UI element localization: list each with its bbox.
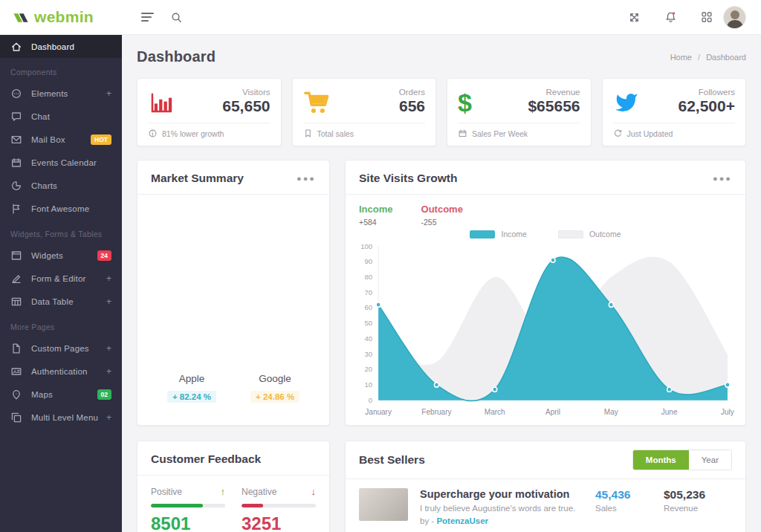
stat-footer-text: 81% lower growth [162, 129, 224, 138]
area-chart-svg: 0102030405060708090100JanuaryFebruaryMar… [350, 239, 738, 422]
svg-text:50: 50 [365, 319, 373, 327]
sidebar-item-label: Data Table [31, 297, 74, 306]
legend-item-income[interactable]: Income [470, 230, 526, 239]
dollar-icon: $ [458, 90, 472, 115]
svg-text:July: July [721, 407, 735, 415]
site-visits-title: Site Visits Growth [359, 172, 457, 185]
stat-card-visitors: Visitors 65,650 81% lower growth [137, 78, 282, 146]
edit-icon [10, 273, 22, 285]
sidebar-item-data-table[interactable]: Data Table+ [0, 290, 122, 313]
market-summary-card: Market Summary ●●● Apple + 82.24 %Google… [137, 160, 330, 426]
product-description: I truly believe Augustine's words are tr… [420, 504, 585, 513]
pie-chart-icon [10, 180, 22, 192]
stat-footer-text: Total sales [317, 129, 354, 138]
fullscreen-icon[interactable] [625, 8, 644, 27]
refresh-icon [613, 129, 623, 138]
market-entry-name: Apple [167, 373, 216, 384]
stat-card-revenue: $ Revenue $65656 Sales Per Week [447, 78, 592, 146]
sidebar-item-label: Form & Editor [31, 274, 86, 283]
sidebar-item-label: Multi Level Menu [31, 413, 98, 422]
breadcrumb-current: Dashboard [706, 53, 746, 62]
avatar[interactable] [723, 6, 746, 29]
site-visits-card: Site Visits Growth ●●● Income +584 Outco… [345, 160, 746, 426]
apps-grid-icon[interactable] [698, 8, 716, 26]
revenue-value: $05,236 [664, 488, 732, 502]
bottom-row: Customer Feedback Positive ↑ 8501 Negati… [137, 441, 746, 532]
legend-item-outcome[interactable]: Outcome [558, 230, 621, 239]
shapes-icon [10, 88, 22, 100]
market-entry-google: Google + 24.86 % [250, 373, 299, 403]
expand-plus-icon: + [106, 366, 111, 377]
customer-feedback-title: Customer Feedback [151, 452, 261, 466]
file-icon [10, 343, 22, 354]
sidebar-item-mail-box[interactable]: Mail BoxHOT [0, 128, 122, 151]
sidebar-item-charts[interactable]: Charts [0, 174, 122, 197]
logo[interactable]: webmin [0, 8, 122, 26]
sidebar-item-custom-pages[interactable]: Custom Pages+ [0, 337, 122, 360]
customer-feedback-card: Customer Feedback Positive ↑ 8501 Negati… [137, 441, 330, 532]
sidebar-item-label: Font Awesome [31, 204, 89, 213]
stat-value: 65,650 [222, 97, 270, 115]
sidebar-item-form-editor[interactable]: Form & Editor+ [0, 267, 122, 290]
author-link[interactable]: PotenzaUser [436, 516, 488, 525]
search-icon[interactable] [167, 8, 186, 27]
sidebar-item-label: Authentication [31, 367, 88, 376]
sales-stat: 45,436 Sales [595, 488, 664, 513]
sidebar-item-label: Mail Box [31, 135, 65, 144]
sidebar-item-label: Widgets [31, 251, 63, 260]
menu-toggle-icon[interactable] [138, 10, 157, 25]
market-entry-apple: Apple + 82.24 % [167, 373, 216, 403]
home-icon [10, 41, 22, 53]
area-chart: 0102030405060708090100JanuaryFebruaryMar… [346, 239, 745, 425]
outcome-summary: Outcome -255 [421, 204, 463, 227]
calendar-icon [10, 157, 22, 169]
sidebar-item-elements[interactable]: Elements+ [0, 82, 122, 105]
feedback-metric-negative: Negative ↓ 3251 [242, 486, 316, 532]
layers-icon [10, 412, 22, 424]
sidebar-item-chat[interactable]: Chat [0, 105, 122, 128]
stat-value: 656 [399, 97, 425, 115]
sales-label: Sales [595, 504, 664, 513]
sidebar-item-label: Charts [31, 181, 57, 190]
notifications-icon[interactable] [661, 7, 680, 27]
stat-footer-text: Sales Per Week [472, 129, 528, 138]
feedback-value: 8501 [151, 513, 225, 532]
svg-text:0: 0 [369, 396, 373, 404]
page-title: Dashboard [137, 48, 216, 65]
table-icon [10, 296, 22, 308]
sidebar-item-widgets[interactable]: Widgets24 [0, 244, 122, 267]
income-label: Income [359, 204, 393, 215]
stat-label: Followers [679, 88, 736, 97]
sidebar-item-authentication[interactable]: Authentication+ [0, 360, 122, 383]
expand-plus-icon: + [106, 412, 111, 423]
visits-summary: Income +584 Outcome -255 [346, 195, 745, 227]
breadcrumb-home[interactable]: Home [670, 53, 692, 62]
expand-plus-icon: + [106, 88, 111, 99]
sidebar-badge: 02 [97, 389, 111, 400]
svg-text:60: 60 [365, 303, 373, 311]
expand-plus-icon: + [106, 296, 111, 307]
twitter-icon [613, 91, 640, 114]
card-menu-icon[interactable]: ●●● [297, 175, 316, 183]
sidebar-item-label: Chat [31, 112, 50, 121]
sidebar-item-events-calendar[interactable]: Events Calendar [0, 151, 122, 174]
svg-text:90: 90 [365, 257, 373, 265]
svg-text:100: 100 [360, 241, 372, 250]
card-menu-icon[interactable]: ●●● [713, 175, 732, 183]
calendar-icon [458, 129, 467, 138]
toggle-year-button[interactable]: Year [689, 450, 731, 470]
stat-card-followers: Followers 62,500+ Just Updated [602, 78, 747, 146]
feedback-value: 3251 [242, 513, 316, 532]
market-entry-name: Google [250, 373, 299, 384]
cart-icon [303, 90, 331, 115]
sidebar-item-font-awesome[interactable]: Font Awesome [0, 197, 122, 220]
sidebar-nav: DashboardComponentsElements+ChatMail Box… [0, 35, 122, 429]
outcome-change: -255 [421, 218, 463, 227]
toggle-months-button[interactable]: Months [633, 450, 689, 470]
revenue-stat: $05,236 Revenue [664, 488, 732, 513]
sidebar-item-multi-level-menu[interactable]: Multi Level Menu+ [0, 406, 122, 429]
sidebar-item-maps[interactable]: Maps02 [0, 383, 122, 406]
sidebar-item-dashboard[interactable]: Dashboard [0, 35, 122, 58]
arrow-up-icon: ↑ [221, 486, 226, 497]
period-toggle: MonthsYear [632, 450, 732, 470]
